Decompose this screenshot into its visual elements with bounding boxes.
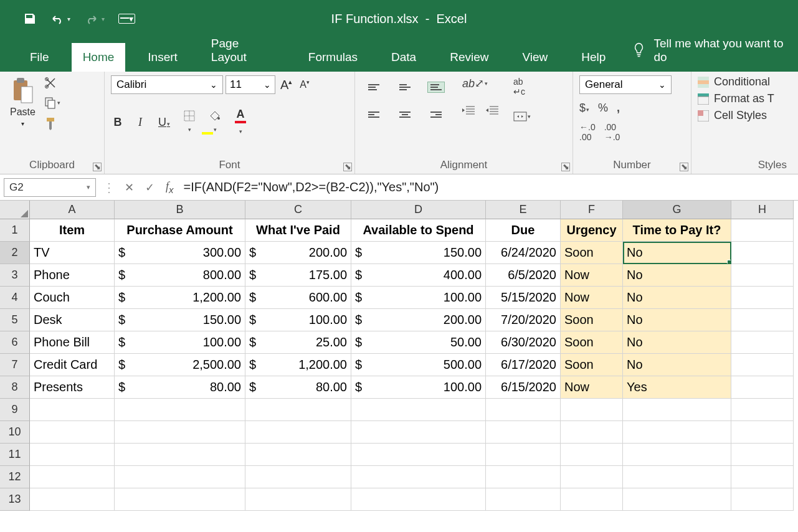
- name-box[interactable]: G2▾: [4, 178, 96, 197]
- redo-button[interactable]: ▾: [84, 13, 105, 24]
- percent-format-button[interactable]: %: [598, 102, 608, 115]
- cell[interactable]: Desk: [30, 309, 115, 331]
- customize-qat-button[interactable]: ▾: [118, 14, 135, 24]
- cell[interactable]: [486, 466, 561, 488]
- undo-button[interactable]: ▾: [50, 13, 70, 24]
- cell[interactable]: Soon: [561, 242, 623, 264]
- cell[interactable]: [731, 219, 794, 242]
- cell[interactable]: [623, 399, 731, 421]
- cell[interactable]: Now: [561, 376, 623, 399]
- cell[interactable]: [486, 488, 561, 511]
- cell[interactable]: [623, 444, 731, 466]
- cell[interactable]: [351, 466, 486, 488]
- cell[interactable]: $50.00: [351, 331, 486, 354]
- fill-color-button[interactable]: ▾: [206, 109, 224, 136]
- format-painter-button[interactable]: [43, 115, 62, 131]
- row-header-2[interactable]: 2: [0, 242, 30, 264]
- col-header-E[interactable]: E: [486, 201, 561, 219]
- row-header-9[interactable]: 9: [0, 399, 30, 421]
- cell[interactable]: [115, 421, 245, 444]
- select-all-corner[interactable]: [0, 201, 30, 219]
- comma-format-button[interactable]: ,: [617, 102, 620, 115]
- cell[interactable]: [245, 399, 351, 421]
- cell[interactable]: Urgency: [561, 219, 623, 242]
- cell[interactable]: $400.00: [351, 264, 486, 287]
- cell[interactable]: 6/24/2020: [486, 242, 561, 264]
- cell[interactable]: $175.00: [245, 264, 351, 287]
- cell[interactable]: [30, 421, 115, 444]
- row-header-6[interactable]: 6: [0, 331, 30, 354]
- cell[interactable]: Due: [486, 219, 561, 242]
- cell[interactable]: [731, 376, 794, 399]
- tab-data[interactable]: Data: [380, 43, 427, 72]
- cell[interactable]: [245, 444, 351, 466]
- cell[interactable]: Phone: [30, 264, 115, 287]
- cell[interactable]: $80.00: [245, 376, 351, 399]
- cut-button[interactable]: [43, 75, 62, 90]
- cell[interactable]: [561, 421, 623, 444]
- cell[interactable]: [351, 421, 486, 444]
- cell[interactable]: 6/17/2020: [486, 354, 561, 376]
- cell[interactable]: Available to Spend: [351, 219, 486, 242]
- cell[interactable]: 6/30/2020: [486, 331, 561, 354]
- align-left-button[interactable]: [368, 112, 379, 118]
- cell[interactable]: Couch: [30, 287, 115, 309]
- cell[interactable]: $500.00: [351, 354, 486, 376]
- cell[interactable]: [731, 331, 794, 354]
- cell[interactable]: No: [623, 354, 731, 376]
- cell[interactable]: [731, 264, 794, 287]
- cell[interactable]: [351, 488, 486, 511]
- col-header-H[interactable]: H: [731, 201, 794, 219]
- font-launcher[interactable]: ⬊: [343, 163, 352, 171]
- col-header-C[interactable]: C: [245, 201, 351, 219]
- row-header-8[interactable]: 8: [0, 376, 30, 399]
- cell[interactable]: [623, 421, 731, 444]
- increase-indent-button[interactable]: [485, 104, 500, 116]
- cell[interactable]: Soon: [561, 354, 623, 376]
- format-as-table-button[interactable]: Format as T: [698, 92, 792, 105]
- cell[interactable]: Soon: [561, 331, 623, 354]
- cell[interactable]: [731, 444, 794, 466]
- cell[interactable]: Time to Pay It?: [623, 219, 731, 242]
- align-top-button[interactable]: [368, 84, 379, 90]
- row-header-11[interactable]: 11: [0, 444, 30, 466]
- row-header-7[interactable]: 7: [0, 354, 30, 376]
- cell[interactable]: Now: [561, 264, 623, 287]
- cell[interactable]: No: [623, 242, 731, 264]
- row-header-13[interactable]: 13: [0, 488, 30, 511]
- cell[interactable]: Item: [30, 219, 115, 242]
- font-color-button[interactable]: A▾: [232, 107, 249, 138]
- row-header-10[interactable]: 10: [0, 421, 30, 444]
- tab-help[interactable]: Help: [570, 43, 617, 72]
- cell[interactable]: [486, 399, 561, 421]
- merge-center-button[interactable]: ▾: [512, 110, 532, 123]
- cell[interactable]: 5/15/2020: [486, 287, 561, 309]
- cell[interactable]: [731, 488, 794, 511]
- italic-button[interactable]: I: [133, 115, 147, 130]
- borders-button[interactable]: ▾: [181, 109, 197, 136]
- underline-button[interactable]: U▾: [156, 115, 173, 130]
- paste-button[interactable]: Paste ▾: [6, 75, 39, 128]
- cell[interactable]: [245, 421, 351, 444]
- cell[interactable]: [115, 444, 245, 466]
- cell[interactable]: [561, 399, 623, 421]
- cell-styles-button[interactable]: Cell Styles: [698, 109, 792, 122]
- tab-formulas[interactable]: Formulas: [297, 43, 369, 72]
- cell[interactable]: [731, 287, 794, 309]
- cell[interactable]: $1,200.00: [245, 354, 351, 376]
- cell[interactable]: [245, 488, 351, 511]
- cancel-formula-button[interactable]: ✕: [125, 181, 134, 194]
- cell[interactable]: [115, 488, 245, 511]
- align-bottom-button[interactable]: [427, 82, 445, 93]
- col-header-B[interactable]: B: [115, 201, 245, 219]
- number-launcher[interactable]: ⬊: [680, 163, 688, 171]
- cell[interactable]: Purchase Amount: [115, 219, 245, 242]
- cell[interactable]: 7/20/2020: [486, 309, 561, 331]
- tab-review[interactable]: Review: [439, 43, 500, 72]
- cell[interactable]: $200.00: [245, 242, 351, 264]
- col-header-A[interactable]: A: [30, 201, 115, 219]
- number-format-selector[interactable]: General⌄: [579, 75, 672, 94]
- cell[interactable]: [731, 242, 794, 264]
- conditional-formatting-button[interactable]: Conditional: [698, 75, 792, 88]
- cell[interactable]: $100.00: [115, 331, 245, 354]
